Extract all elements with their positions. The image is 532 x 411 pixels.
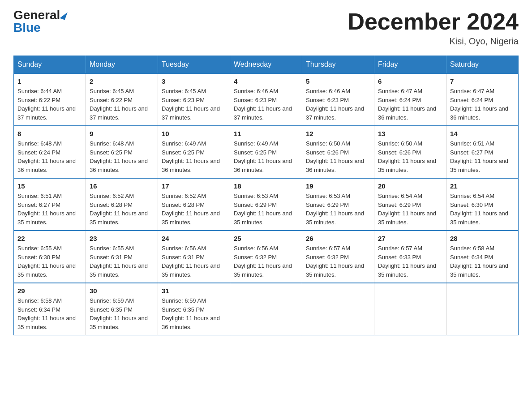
- calendar-body: 1 Sunrise: 6:44 AM Sunset: 6:22 PM Dayli…: [14, 73, 519, 335]
- week-row-5: 29 Sunrise: 6:58 AM Sunset: 6:34 PM Dayl…: [14, 283, 519, 335]
- day-info: Sunrise: 6:56 AM Sunset: 6:31 PM Dayligh…: [162, 244, 226, 279]
- logo-general-text: General: [13, 9, 60, 21]
- week-row-4: 22 Sunrise: 6:55 AM Sunset: 6:30 PM Dayl…: [14, 231, 519, 283]
- day-info: Sunrise: 6:53 AM Sunset: 6:29 PM Dayligh…: [234, 192, 298, 227]
- calendar-cell: 5 Sunrise: 6:46 AM Sunset: 6:23 PM Dayli…: [302, 73, 374, 126]
- day-info: Sunrise: 6:57 AM Sunset: 6:32 PM Dayligh…: [306, 244, 370, 279]
- calendar-cell: 13 Sunrise: 6:50 AM Sunset: 6:26 PM Dayl…: [374, 126, 446, 178]
- header-tuesday: Tuesday: [158, 56, 230, 74]
- day-info: Sunrise: 6:49 AM Sunset: 6:25 PM Dayligh…: [162, 139, 226, 174]
- calendar-cell: 3 Sunrise: 6:45 AM Sunset: 6:23 PM Dayli…: [158, 73, 230, 126]
- calendar-cell: [446, 283, 519, 335]
- day-number: 12: [306, 130, 370, 137]
- header-row: SundayMondayTuesdayWednesdayThursdayFrid…: [14, 56, 519, 74]
- header-thursday: Thursday: [302, 56, 374, 74]
- day-info: Sunrise: 6:52 AM Sunset: 6:28 PM Dayligh…: [90, 192, 154, 227]
- day-number: 4: [234, 77, 298, 85]
- day-number: 29: [17, 287, 82, 295]
- day-info: Sunrise: 6:52 AM Sunset: 6:28 PM Dayligh…: [162, 192, 226, 227]
- day-number: 26: [306, 235, 370, 242]
- calendar-cell: 15 Sunrise: 6:51 AM Sunset: 6:27 PM Dayl…: [14, 178, 86, 231]
- day-number: 19: [306, 182, 370, 190]
- day-info: Sunrise: 6:50 AM Sunset: 6:26 PM Dayligh…: [378, 139, 442, 174]
- week-row-3: 15 Sunrise: 6:51 AM Sunset: 6:27 PM Dayl…: [14, 178, 519, 231]
- calendar-cell: 20 Sunrise: 6:54 AM Sunset: 6:29 PM Dayl…: [374, 178, 446, 231]
- calendar-cell: 22 Sunrise: 6:55 AM Sunset: 6:30 PM Dayl…: [14, 231, 86, 283]
- calendar-cell: 19 Sunrise: 6:53 AM Sunset: 6:29 PM Dayl…: [302, 178, 374, 231]
- day-info: Sunrise: 6:46 AM Sunset: 6:23 PM Dayligh…: [234, 87, 298, 122]
- calendar-cell: 8 Sunrise: 6:48 AM Sunset: 6:24 PM Dayli…: [14, 126, 86, 178]
- header-friday: Friday: [374, 56, 446, 74]
- header-wednesday: Wednesday: [230, 56, 302, 74]
- day-number: 10: [162, 130, 226, 137]
- calendar-cell: 2 Sunrise: 6:45 AM Sunset: 6:22 PM Dayli…: [86, 73, 158, 126]
- day-info: Sunrise: 6:58 AM Sunset: 6:34 PM Dayligh…: [17, 296, 82, 331]
- calendar-cell: 14 Sunrise: 6:51 AM Sunset: 6:27 PM Dayl…: [446, 126, 519, 178]
- day-info: Sunrise: 6:58 AM Sunset: 6:34 PM Dayligh…: [450, 244, 515, 279]
- day-number: 3: [162, 77, 226, 85]
- day-number: 15: [17, 182, 82, 190]
- day-info: Sunrise: 6:56 AM Sunset: 6:32 PM Dayligh…: [234, 244, 298, 279]
- day-number: 18: [234, 182, 298, 190]
- calendar-cell: [302, 283, 374, 335]
- calendar-title: December 2024: [348, 9, 519, 34]
- day-info: Sunrise: 6:51 AM Sunset: 6:27 PM Dayligh…: [450, 139, 515, 174]
- calendar-cell: 11 Sunrise: 6:49 AM Sunset: 6:25 PM Dayl…: [230, 126, 302, 178]
- calendar-cell: 18 Sunrise: 6:53 AM Sunset: 6:29 PM Dayl…: [230, 178, 302, 231]
- day-number: 20: [378, 182, 442, 190]
- calendar-subtitle: Kisi, Oyo, Nigeria: [348, 36, 519, 47]
- day-info: Sunrise: 6:47 AM Sunset: 6:24 PM Dayligh…: [450, 87, 515, 122]
- calendar-cell: 9 Sunrise: 6:48 AM Sunset: 6:25 PM Dayli…: [86, 126, 158, 178]
- day-info: Sunrise: 6:57 AM Sunset: 6:33 PM Dayligh…: [378, 244, 442, 279]
- calendar-cell: 1 Sunrise: 6:44 AM Sunset: 6:22 PM Dayli…: [14, 73, 86, 126]
- day-info: Sunrise: 6:59 AM Sunset: 6:35 PM Dayligh…: [162, 296, 226, 331]
- day-info: Sunrise: 6:59 AM Sunset: 6:35 PM Dayligh…: [90, 296, 154, 331]
- day-info: Sunrise: 6:51 AM Sunset: 6:27 PM Dayligh…: [17, 192, 82, 227]
- day-number: 5: [306, 77, 370, 85]
- logo-triangle-icon: [60, 10, 68, 20]
- day-info: Sunrise: 6:44 AM Sunset: 6:22 PM Dayligh…: [17, 87, 82, 122]
- day-number: 1: [17, 77, 82, 85]
- day-info: Sunrise: 6:55 AM Sunset: 6:31 PM Dayligh…: [90, 244, 154, 279]
- calendar-cell: 6 Sunrise: 6:47 AM Sunset: 6:24 PM Dayli…: [374, 73, 446, 126]
- calendar-cell: 28 Sunrise: 6:58 AM Sunset: 6:34 PM Dayl…: [446, 231, 519, 283]
- day-info: Sunrise: 6:46 AM Sunset: 6:23 PM Dayligh…: [306, 87, 370, 122]
- title-section: December 2024 Kisi, Oyo, Nigeria: [348, 9, 519, 47]
- logo-blue-text: Blue: [13, 21, 41, 34]
- calendar-cell: 12 Sunrise: 6:50 AM Sunset: 6:26 PM Dayl…: [302, 126, 374, 178]
- day-number: 7: [450, 77, 515, 85]
- calendar-cell: 17 Sunrise: 6:52 AM Sunset: 6:28 PM Dayl…: [158, 178, 230, 231]
- day-number: 9: [90, 130, 154, 137]
- day-number: 2: [90, 77, 154, 85]
- calendar-table: SundayMondayTuesdayWednesdayThursdayFrid…: [13, 56, 519, 335]
- calendar-cell: 10 Sunrise: 6:49 AM Sunset: 6:25 PM Dayl…: [158, 126, 230, 178]
- day-number: 24: [162, 235, 226, 242]
- day-number: 22: [17, 235, 82, 242]
- day-number: 6: [378, 77, 442, 85]
- day-info: Sunrise: 6:55 AM Sunset: 6:30 PM Dayligh…: [17, 244, 82, 279]
- day-info: Sunrise: 6:49 AM Sunset: 6:25 PM Dayligh…: [234, 139, 298, 174]
- day-number: 28: [450, 235, 515, 242]
- header-sunday: Sunday: [14, 56, 86, 74]
- day-info: Sunrise: 6:50 AM Sunset: 6:26 PM Dayligh…: [306, 139, 370, 174]
- calendar-cell: 16 Sunrise: 6:52 AM Sunset: 6:28 PM Dayl…: [86, 178, 158, 231]
- day-number: 8: [17, 130, 82, 137]
- day-number: 14: [450, 130, 515, 137]
- calendar-cell: 25 Sunrise: 6:56 AM Sunset: 6:32 PM Dayl…: [230, 231, 302, 283]
- calendar-cell: [230, 283, 302, 335]
- day-info: Sunrise: 6:48 AM Sunset: 6:25 PM Dayligh…: [90, 139, 154, 174]
- day-number: 16: [90, 182, 154, 190]
- calendar-cell: 23 Sunrise: 6:55 AM Sunset: 6:31 PM Dayl…: [86, 231, 158, 283]
- logo: General Blue: [13, 9, 66, 34]
- day-info: Sunrise: 6:53 AM Sunset: 6:29 PM Dayligh…: [306, 192, 370, 227]
- page-header: General Blue December 2024 Kisi, Oyo, Ni…: [13, 9, 519, 47]
- calendar-cell: 24 Sunrise: 6:56 AM Sunset: 6:31 PM Dayl…: [158, 231, 230, 283]
- calendar-cell: 26 Sunrise: 6:57 AM Sunset: 6:32 PM Dayl…: [302, 231, 374, 283]
- day-number: 27: [378, 235, 442, 242]
- day-number: 21: [450, 182, 515, 190]
- day-info: Sunrise: 6:45 AM Sunset: 6:22 PM Dayligh…: [90, 87, 154, 122]
- header-saturday: Saturday: [446, 56, 519, 74]
- calendar-cell: 30 Sunrise: 6:59 AM Sunset: 6:35 PM Dayl…: [86, 283, 158, 335]
- calendar-cell: 7 Sunrise: 6:47 AM Sunset: 6:24 PM Dayli…: [446, 73, 519, 126]
- day-info: Sunrise: 6:54 AM Sunset: 6:30 PM Dayligh…: [450, 192, 515, 227]
